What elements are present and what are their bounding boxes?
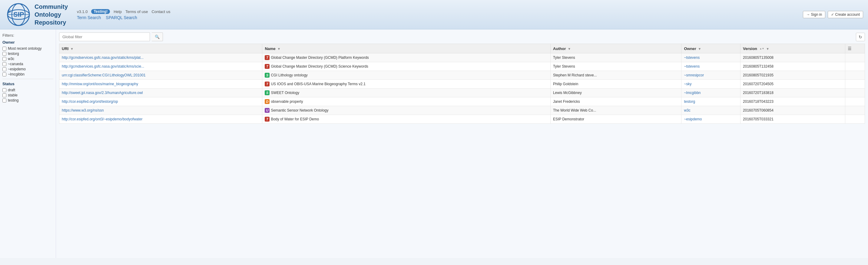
nav-area: v3.1.0 Testing! Help Terms of use Contac… [77,9,170,20]
th-uri[interactable]: URI ▼ [59,44,262,53]
nav-sparql-search[interactable]: SPARQL Search [106,15,137,20]
nav-top: v3.1.0 Testing! Help Terms of use Contac… [77,9,170,14]
filter-lmcgibbn-checkbox[interactable] [2,72,6,77]
th-version-filter[interactable]: ▼ [765,47,770,51]
version-cell: 20160705T033321 [741,115,845,124]
esip-logo: SIP E [5,2,32,27]
author-cell: Janet Fredericks [550,97,681,106]
filter-stable-checkbox[interactable] [2,93,6,97]
table-area: 🔍 ↻ URI ▼ Name ▼ Author ▼ [56,29,868,258]
uri-link[interactable]: https://www.w3.org/ns/ssn [62,108,104,113]
header: SIP E Community Ontology Repository v3.1… [0,0,868,29]
type-badge: T [265,82,270,86]
row-menu-cell [845,97,865,106]
th-author[interactable]: Author ▼ [550,44,681,53]
type-badge: S [265,73,270,78]
author-cell: Lewis McGibbney [550,89,681,97]
filter-draft-label: draft [8,88,15,92]
table-row: http://mmisw.org/ont/ioos/marine_biogeog… [59,80,865,89]
svg-text:SIP: SIP [13,10,24,18]
table-row: http://sweet.jpl.nasa.gov/2.3/humanAgric… [59,89,865,97]
uri-link[interactable]: http://gcmdservices.gsfc.nasa.gov/static… [62,56,144,60]
version-cell: 20160805T135008 [741,53,845,62]
table-row: https://www.w3.org/ns/ssnUSemantic Senso… [59,106,865,115]
th-owner[interactable]: Owner ▼ [681,44,741,53]
uri-link[interactable]: http://cor.esipfed.org/ont/testorg/op [62,99,118,104]
filter-most-recent-label: Most recent ontology [8,47,41,51]
th-menu[interactable]: ☰ [845,44,865,53]
type-badge: T [265,64,270,69]
global-filter-input[interactable] [59,32,150,41]
author-cell: The World Wide Web Co... [550,106,681,115]
uri-link[interactable]: http://gcmdservices.gsfc.nasa.gov/static… [62,64,144,68]
author-cell: Philip Goldstein [550,80,681,89]
uri-link[interactable]: http://mmisw.org/ont/ioos/marine_biogeog… [62,82,138,86]
nav-term-search[interactable]: Term Search [77,15,101,20]
ontology-name: SWEET Ontology [271,91,299,95]
filter-esipdemo-checkbox[interactable] [2,67,6,71]
filter-stable: stable [2,93,53,97]
table-row: urn:cgi:classifierScheme:CGI:LithologyOW… [59,71,865,80]
filters-label: Filters: [2,33,53,38]
owner-link[interactable]: ~esipdemo [684,117,702,121]
th-name[interactable]: Name ▼ [262,44,551,53]
version-cell: 20160720T183818 [741,89,845,97]
table-row: http://cor.esipfed.org/ont3/~esipdemo/bo… [59,115,865,124]
header-right: → Sign in ✓ Create account [803,11,863,18]
owner-link[interactable]: ~sky [684,82,691,86]
author-cell: Tyler Stevens [550,53,681,62]
filter-carueda-label: ~carueda [8,62,23,66]
logo-area: SIP E Community Ontology Repository [5,2,68,27]
sidebar: Filters: Owner Most recent ontology test… [0,29,56,258]
filter-esipdemo: ~esipdemo [2,67,53,71]
refresh-button[interactable]: ↻ [856,33,865,41]
uri-link[interactable]: http://sweet.jpl.nasa.gov/2.3/humanAgric… [62,91,143,95]
th-owner-filter[interactable]: ▼ [698,47,702,51]
th-name-filter[interactable]: ▼ [277,47,281,51]
filter-lmcgibbn: ~lmcgibbn [2,72,53,77]
version-text: v3.1.0 [77,9,88,14]
filter-testing-label: testing [8,98,19,102]
nav-terms[interactable]: Terms of use [125,9,148,14]
ontology-name: CGI Lithology ontology [271,73,307,77]
search-button[interactable]: 🔍 [152,32,163,41]
filter-testing-checkbox[interactable] [2,98,6,102]
sign-in-button[interactable]: → Sign in [803,11,825,18]
filter-draft: draft [2,88,53,92]
author-cell: Stephen M Richard steve... [550,71,681,80]
nav-contact[interactable]: Contact us [151,9,170,14]
filter-draft-checkbox[interactable] [2,88,6,92]
type-badge: D [265,99,270,104]
create-account-button[interactable]: ✓ Create account [828,11,863,18]
row-menu-cell [845,71,865,80]
table-row: http://cor.esipfed.org/ont/testorg/opDob… [59,97,865,106]
th-uri-filter[interactable]: ▼ [70,47,74,51]
owner-link[interactable]: ~tstevens [684,56,700,60]
owner-link[interactable]: w3c [684,108,690,113]
nav-links-secondary: Term Search SPARQL Search [77,15,170,20]
version-cell: 20160718T043223 [741,97,845,106]
author-cell: Tyler Stevens [550,62,681,71]
filter-w3c-checkbox[interactable] [2,57,6,61]
uri-link[interactable]: urn:cgi:classifierScheme:CGI:LithologyOW… [62,73,146,77]
table-menu-button[interactable]: ☰ [848,46,851,51]
th-author-filter[interactable]: ▼ [567,47,571,51]
version-cell: 20160705T060854 [741,106,845,115]
owner-link[interactable]: ~tstevens [684,64,700,68]
owner-link[interactable]: ~smresipcor [684,73,704,77]
uri-link[interactable]: http://cor.esipfed.org/ont3/~esipdemo/bo… [62,117,143,121]
type-badge: U [265,108,270,113]
nav-help[interactable]: Help [114,9,122,14]
filter-testorg-checkbox[interactable] [2,52,6,56]
filter-most-recent: Most recent ontology [2,47,53,51]
filter-w3c: w3c [2,57,53,61]
table-row: http://gcmdservices.gsfc.nasa.gov/static… [59,62,865,71]
row-menu-cell [845,89,865,97]
filter-carueda-checkbox[interactable] [2,62,6,66]
type-badge: T [265,117,270,122]
th-version[interactable]: Version ▲▼ ▼ [741,44,845,53]
table-body: http://gcmdservices.gsfc.nasa.gov/static… [59,53,865,124]
filter-most-recent-checkbox[interactable] [2,47,6,51]
owner-link[interactable]: ~lmcgibbn [684,91,701,95]
owner-link[interactable]: testorg [684,99,695,104]
